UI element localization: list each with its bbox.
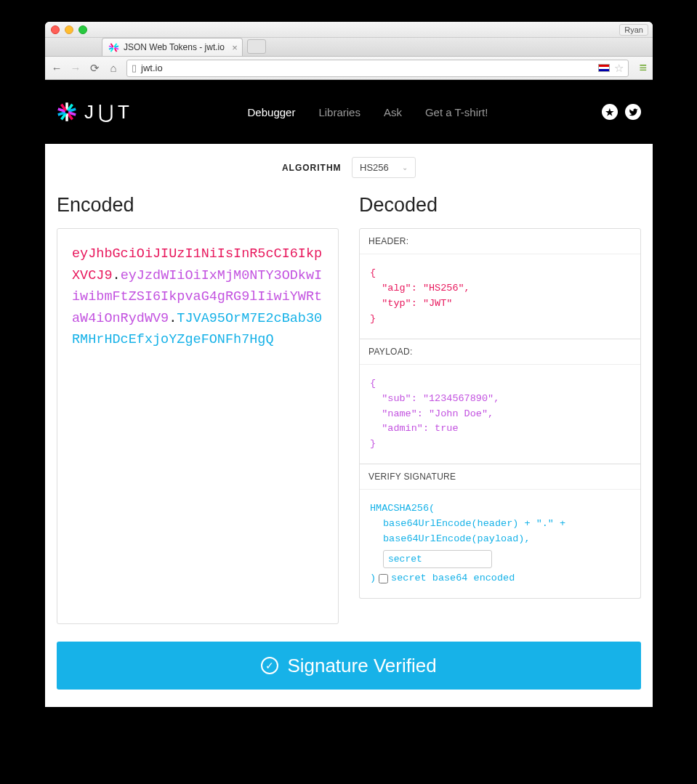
secret-input[interactable] — [383, 550, 492, 568]
nav-links: Debugger Libraries Ask Get a T-shirt! — [248, 106, 488, 118]
browser-tab[interactable]: JSON Web Tokens - jwt.io × — [102, 38, 243, 56]
header-section-label: HEADER: — [360, 229, 640, 254]
forward-icon[interactable]: → — [70, 62, 81, 74]
chevron-down-icon: ⌄ — [402, 163, 408, 171]
sig-line-3: base64UrlEncode(payload), — [370, 532, 630, 547]
page-content: ALGORITHM HS256 ⌄ Encoded eyJhbGciOiJIUz… — [45, 144, 653, 707]
decoded-column: Decoded HEADER: { "alg": "HS256", "typ":… — [359, 194, 641, 624]
nav-tshirt[interactable]: Get a T-shirt! — [425, 106, 488, 118]
tab-close-icon[interactable]: × — [232, 42, 238, 53]
bookmark-star-icon[interactable]: ☆ — [614, 62, 624, 75]
verify-panel: VERIFY SIGNATURE HMACSHA256( base64UrlEn… — [359, 464, 641, 599]
twitter-icon[interactable] — [625, 104, 641, 120]
social-icons: ★ — [602, 104, 641, 120]
reload-icon[interactable]: ⟳ — [89, 62, 100, 75]
window-maximize-icon[interactable] — [78, 25, 87, 34]
jwt-logo-icon — [57, 102, 77, 122]
verify-text: Signature Verified — [287, 655, 436, 677]
back-icon[interactable]: ← — [51, 62, 63, 74]
nav-debugger[interactable]: Debugger — [248, 106, 296, 118]
check-circle-icon: ✓ — [261, 657, 278, 674]
window-close-icon[interactable] — [51, 25, 60, 34]
browser-window: Ryan JSON Web Tokens - jwt.io × — [45, 22, 653, 707]
encoded-textarea[interactable]: eyJhbGciOiJIUzI1NiIsInR5cCI6IkpXVCJ9.eyJ… — [57, 228, 339, 624]
browser-toolbar: ← → ⟳ ⌂ ▯ jwt.io ☆ ≡ — [45, 57, 653, 80]
payload-section-label: PAYLOAD: — [360, 339, 640, 365]
payload-json[interactable]: { "sub": "1234567890", "name": "John Doe… — [360, 365, 640, 464]
algorithm-row: ALGORITHM HS256 ⌄ — [57, 157, 641, 178]
titlebar: Ryan — [45, 22, 653, 38]
logo[interactable]: J⋃T — [57, 101, 134, 124]
decoded-heading: Decoded — [359, 194, 641, 217]
algorithm-label: ALGORITHM — [282, 163, 342, 173]
tab-title: JSON Web Tokens - jwt.io — [124, 42, 225, 52]
verify-section-label: VERIFY SIGNATURE — [360, 464, 640, 490]
jwt-favicon-icon — [108, 42, 119, 53]
algorithm-value: HS256 — [360, 162, 389, 173]
menu-icon[interactable]: ≡ — [639, 60, 647, 76]
signature-verified-banner[interactable]: ✓ Signature Verified — [57, 642, 641, 690]
profile-chip[interactable]: Ryan — [619, 24, 648, 36]
sig-line-2: base64UrlEncode(header) + "." + — [370, 517, 630, 532]
signature-formula: HMACSHA256( base64UrlEncode(header) + ".… — [360, 490, 640, 598]
star-badge-icon[interactable]: ★ — [602, 104, 618, 120]
home-icon[interactable]: ⌂ — [108, 62, 119, 74]
secret-base64-label: secret base64 encoded — [391, 571, 515, 586]
nav-ask[interactable]: Ask — [384, 106, 402, 118]
translate-flag-icon[interactable] — [598, 64, 610, 72]
logo-text: J⋃T — [84, 101, 134, 124]
page-icon: ▯ — [132, 62, 137, 73]
nav-libraries[interactable]: Libraries — [318, 106, 360, 118]
window-minimize-icon[interactable] — [65, 25, 73, 34]
url-text: jwt.io — [141, 62, 163, 73]
secret-base64-checkbox[interactable] — [379, 574, 388, 583]
algorithm-select[interactable]: HS256 ⌄ — [352, 157, 416, 178]
new-tab-button[interactable] — [247, 39, 266, 54]
encoded-heading: Encoded — [57, 194, 339, 217]
header-json[interactable]: { "alg": "HS256", "typ": "JWT" } — [360, 254, 640, 339]
encoded-column: Encoded eyJhbGciOiJIUzI1NiIsInR5cCI6IkpX… — [57, 194, 339, 624]
header-panel: HEADER: { "alg": "HS256", "typ": "JWT" } — [359, 228, 641, 339]
address-bar[interactable]: ▯ jwt.io ☆ — [126, 60, 629, 77]
tab-strip: JSON Web Tokens - jwt.io × — [45, 38, 653, 57]
sig-line-1: HMACSHA256( — [370, 501, 630, 517]
payload-panel: PAYLOAD: { "sub": "1234567890", "name": … — [359, 339, 641, 465]
site-header: J⋃T Debugger Libraries Ask Get a T-shirt… — [45, 80, 653, 144]
sig-close-paren: ) — [370, 571, 376, 586]
